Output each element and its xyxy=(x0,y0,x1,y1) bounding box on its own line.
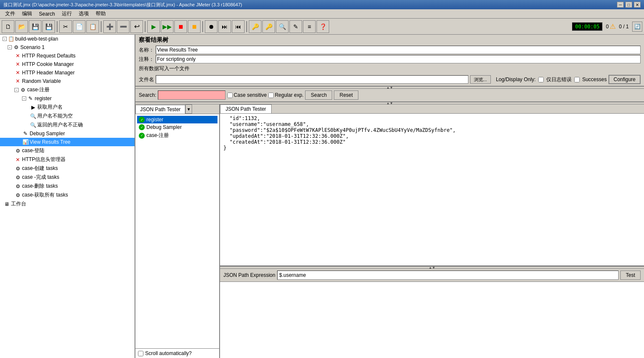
tree-node-register[interactable]: - ✎ register xyxy=(0,94,135,103)
ratio-display: 0 / 1 xyxy=(619,24,629,30)
result-item-debug-sampler[interactable]: ✓ Debug Sampler xyxy=(137,123,217,131)
expander-build-web-test-plan[interactable]: - xyxy=(3,37,7,41)
tree-node-case-get-all-tasks[interactable]: ⚙ case-获取所有 tasks xyxy=(0,191,135,199)
tree-node-scenario-1[interactable]: - ⚙ Scenario 1 xyxy=(0,43,135,52)
toolbar-open[interactable]: 📂 xyxy=(15,20,28,33)
tree-node-view-results-tree[interactable]: 📊 View Results Tree xyxy=(0,138,135,146)
name-input[interactable] xyxy=(156,46,641,54)
tree-node-case-login[interactable]: ⚙ case-登陆 xyxy=(0,146,135,155)
workbench-item[interactable]: 🖥 工作台 xyxy=(0,199,135,208)
tree-node-http-request-defaults[interactable]: ✕ HTTP Request Defaults xyxy=(0,52,135,60)
tree-node-build-web-test-plan[interactable]: - 📋 build-web-test-plan xyxy=(0,35,135,43)
toolbar-undo[interactable]: ↩ xyxy=(130,20,143,33)
main-layout: - 📋 build-web-test-plan - ⚙ Scenario 1 ✕… xyxy=(0,35,644,358)
menu-options[interactable]: 选项 xyxy=(75,9,92,18)
expander-register[interactable]: - xyxy=(22,96,26,101)
case-sensitive-checkbox[interactable] xyxy=(227,93,233,98)
sep4 xyxy=(202,21,203,32)
toolbar-paste[interactable]: 📋 xyxy=(86,20,99,33)
toolbar: 🗋 📂 💾 💾 ✂ 📄 📋 ➕ ➖ ↩ ▶ ▶▶ ⏹ ⏹ ⏺ ⏭ ⏮ 🔑 🔑 🔍… xyxy=(0,19,644,35)
errors-label: 仅日志错误 xyxy=(546,76,572,83)
toolbar-stop[interactable]: ⏹ xyxy=(174,20,187,33)
minimize-button[interactable]: ─ xyxy=(617,2,624,8)
toolbar-remote-stop[interactable]: ⏭ xyxy=(218,20,231,33)
result-left-tab[interactable]: JSON Path Tester xyxy=(135,105,185,114)
tree-node-http-header-manager[interactable]: ✕ HTTP Header Manager xyxy=(0,68,135,77)
case-sensitive-text: Case sensitive xyxy=(234,92,267,98)
tree-node-debug-sampler[interactable]: ✎ Debug Sampler xyxy=(0,129,135,138)
right-panel: 察看结果树 名称： 注释： 所有数据写入一个文件 文件名 浏览... Log/D… xyxy=(135,35,644,358)
toolbar-copy[interactable]: 📄 xyxy=(73,20,85,33)
errors-checkbox[interactable] xyxy=(538,77,544,82)
test-button[interactable]: Test xyxy=(620,271,641,280)
expander-scenario-1[interactable]: - xyxy=(8,45,12,49)
toolbar-right: 00:00:05 0 ⚠ 0 / 1 🔄 xyxy=(572,22,642,32)
warning-icon: ⚠ xyxy=(610,22,616,30)
toolbar-remote-start[interactable]: ⏺ xyxy=(205,20,217,33)
toolbar-remote-shutdown[interactable]: ⏮ xyxy=(232,20,245,33)
tree-node-username-empty[interactable]: 🔍 用户名不能为空 xyxy=(0,112,135,120)
result-label-register: register xyxy=(146,117,163,123)
search-input[interactable] xyxy=(158,90,226,100)
configure-button[interactable]: Configure xyxy=(608,75,641,84)
tree-node-get-username[interactable]: ▶ 获取用户名 xyxy=(0,103,135,112)
node-label-random-variable: Random Variable xyxy=(22,78,61,84)
close-button[interactable]: ✕ xyxy=(634,2,641,8)
toolbar-list[interactable]: ≡ xyxy=(303,20,316,33)
warning-count: 0 xyxy=(606,24,609,30)
log-display-label: Log/Display Only: xyxy=(496,77,536,82)
json-tab[interactable]: JSON Path Tester xyxy=(220,104,272,113)
tree-node-random-variable[interactable]: ✕ Random Variable xyxy=(0,77,135,85)
case-delete-icon: ⚙ xyxy=(14,183,21,190)
menu-edit[interactable]: 编辑 xyxy=(19,9,36,18)
comment-input[interactable] xyxy=(156,55,641,63)
scroll-auto-checkbox[interactable] xyxy=(138,351,143,356)
toolbar-save-as[interactable]: 💾 xyxy=(42,20,55,33)
reset-button[interactable]: Reset xyxy=(334,90,358,100)
successes-checkbox[interactable] xyxy=(574,77,580,82)
tree-node-username-wrong[interactable]: 🔍 返回的用户名不正确 xyxy=(0,120,135,129)
tree-node-case-create-tasks[interactable]: ⚙ case-创建 tasks xyxy=(0,164,135,173)
toolbar-search[interactable]: 🔍 xyxy=(276,20,289,33)
toolbar-key2[interactable]: 🔑 xyxy=(262,20,275,33)
menu-search[interactable]: Search xyxy=(36,10,58,18)
json-path-input[interactable] xyxy=(277,271,619,280)
tree-node-http-info-manager[interactable]: ✕ HTTP信息头管理器 xyxy=(0,155,135,164)
toolbar-add[interactable]: ➕ xyxy=(103,20,116,33)
toolbar-clear[interactable]: ✎ xyxy=(289,20,302,33)
toolbar-start[interactable]: ▶ xyxy=(147,20,160,33)
tree-node-http-cookie-manager[interactable]: ✕ HTTP Cookie Manager xyxy=(0,60,135,68)
node-label-case-get-all-tasks: case-获取所有 tasks xyxy=(22,191,68,199)
expander-case-register[interactable]: - xyxy=(14,88,19,92)
file-input[interactable] xyxy=(156,75,468,84)
case-get-all-icon: ⚙ xyxy=(14,192,21,199)
browse-button[interactable]: 浏览... xyxy=(470,75,491,84)
tree-node-case-complete-tasks[interactable]: ⚙ case -完成 tasks xyxy=(0,173,135,182)
result-item-register[interactable]: ✓ register xyxy=(137,116,217,123)
result-left-tab-dropdown[interactable]: ▼ xyxy=(185,104,192,114)
toolbar-help[interactable]: ❓ xyxy=(316,20,329,33)
result-item-case-register[interactable]: ✓ case-注册 xyxy=(137,131,217,140)
left-panel: - 📋 build-web-test-plan - ⚙ Scenario 1 ✕… xyxy=(0,35,135,358)
toolbar-start-no-pause[interactable]: ▶▶ xyxy=(161,20,173,33)
node-label-scenario-1: Scenario 1 xyxy=(20,44,44,50)
refresh-button[interactable]: 🔄 xyxy=(632,22,642,32)
debug-sampler-icon: ✎ xyxy=(22,130,29,137)
name-label: 名称： xyxy=(139,46,154,54)
menu-file[interactable]: 文件 xyxy=(2,9,19,18)
toolbar-key1[interactable]: 🔑 xyxy=(249,20,261,33)
random-variable-icon: ✕ xyxy=(14,78,21,85)
tree-node-case-delete-tasks[interactable]: ⚙ case-删除 tasks xyxy=(0,182,135,191)
regular-exp-checkbox[interactable] xyxy=(268,93,274,98)
search-button[interactable]: Search xyxy=(305,90,332,100)
vrt-header: 察看结果树 名称： 注释： 所有数据写入一个文件 文件名 浏览... Log/D… xyxy=(135,35,644,86)
toolbar-new[interactable]: 🗋 xyxy=(2,20,14,33)
tree-node-case-register[interactable]: - ⚙ case-注册 xyxy=(0,85,135,94)
maximize-button[interactable]: □ xyxy=(625,2,632,8)
toolbar-shutdown[interactable]: ⏹ xyxy=(188,20,201,33)
menu-run[interactable]: 运行 xyxy=(58,9,75,18)
toolbar-save[interactable]: 💾 xyxy=(29,20,41,33)
toolbar-cut[interactable]: ✂ xyxy=(59,20,72,33)
toolbar-remove[interactable]: ➖ xyxy=(117,20,129,33)
menu-help[interactable]: 帮助 xyxy=(92,9,109,18)
